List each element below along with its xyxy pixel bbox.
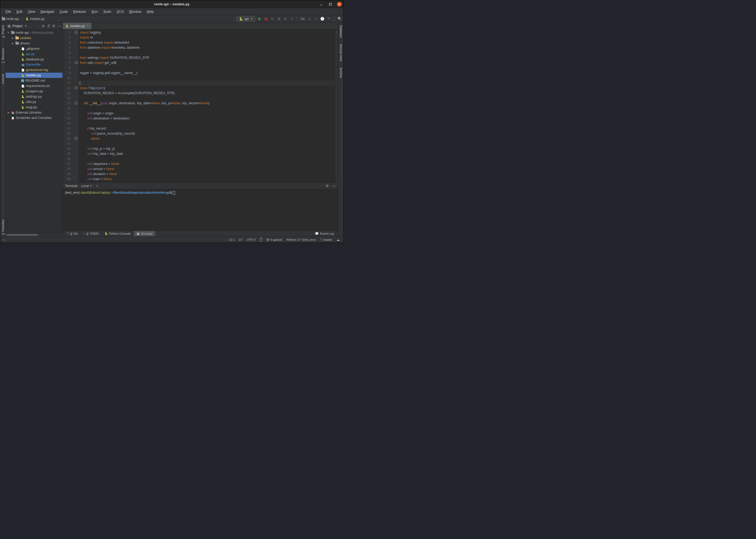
left-tab-commit[interactable]: Commit: [1, 72, 5, 86]
error-stripe[interactable]: ✓: [335, 30, 338, 182]
status-readonly[interactable]: [258, 238, 264, 242]
minimize-button[interactable]: [319, 2, 324, 7]
status-line-separator[interactable]: LF: [237, 238, 244, 241]
fold-toggle[interactable]: −: [75, 31, 78, 34]
stop-button[interactable]: ■: [290, 17, 294, 21]
status-cursor-position[interactable]: 11:1: [226, 238, 237, 241]
expand-arrow-icon[interactable]: ▶: [11, 37, 14, 39]
vcs-commit-icon[interactable]: ✓: [314, 17, 318, 21]
menu-run[interactable]: Run: [89, 9, 101, 14]
left-tab-structure[interactable]: 7: Structure: [1, 46, 5, 65]
project-panel-title[interactable]: Project: [13, 24, 22, 28]
menu-window[interactable]: Window: [126, 9, 144, 14]
status-encoding[interactable]: UTF-8: [245, 238, 258, 241]
status-interpreter[interactable]: Python 3.7 (test_env): [285, 238, 318, 241]
terminal-tab[interactable]: Local ✕: [81, 184, 93, 188]
left-tab-project[interactable]: 1: Project: [1, 24, 5, 39]
maximize-button[interactable]: [328, 2, 333, 7]
profile-button[interactable]: ◔: [277, 17, 281, 21]
fold-toggle[interactable]: −: [75, 61, 78, 64]
tree-label: README.md: [25, 79, 45, 82]
file-scrapers-py[interactable]: 🐍scrapers.py: [6, 89, 62, 94]
terminal-settings-icon[interactable]: ⚙: [325, 184, 329, 188]
fold-toggle[interactable]: −: [75, 102, 78, 105]
menu-code[interactable]: Code: [57, 9, 70, 14]
select-opened-file-icon[interactable]: ⊕: [41, 24, 45, 28]
breadcrumb-item[interactable]: 🐍models.py: [26, 17, 44, 21]
tree-node-renfe-api[interactable]: ▼renfe-api ~/Nextcloud/rep: [6, 30, 62, 36]
right-tool-strip: DatabaseRemote HostSciView: [338, 23, 343, 236]
project-tree[interactable]: ▼renfe-api ~/Nextcloud/rep▶cookies▶drive…: [6, 30, 62, 233]
file-api-py[interactable]: 🐍api.py: [6, 51, 62, 57]
file--gitignore[interactable]: 📄.gitignore: [6, 46, 62, 51]
breadcrumb-item[interactable]: renfe-api: [2, 17, 19, 21]
collapse-all-icon[interactable]: ⇵: [46, 24, 50, 28]
bottom-tab-pythonconsole[interactable]: 🐍Python Console: [102, 231, 133, 236]
fold-toggle[interactable]: −: [75, 137, 78, 140]
menu-file[interactable]: File: [3, 9, 14, 14]
file-settings-py[interactable]: 🐍settings.py: [6, 94, 62, 99]
vcs-update-icon[interactable]: ↙: [307, 17, 312, 21]
event-log-button[interactable]: 💬Event Log: [312, 231, 336, 236]
run-button[interactable]: [257, 17, 262, 21]
terminal-body[interactable]: (test_env) david@david-laptop:~/Nextclou…: [63, 190, 338, 231]
bottom-tab-git[interactable]: ᛘ9: Git: [64, 231, 80, 236]
file-wsgi-py[interactable]: 🐍wsgi.py: [6, 105, 62, 110]
file-database-py[interactable]: 🐍database.py: [6, 57, 62, 62]
fold-column[interactable]: −−−−−: [74, 30, 78, 182]
right-tab-remotehost[interactable]: Remote Host: [339, 42, 343, 63]
concurrency-button[interactable]: ≋: [283, 17, 287, 21]
status-memory-icon[interactable]: ☁: [334, 238, 342, 242]
tree-label: utils.py: [26, 100, 36, 104]
file-models-py[interactable]: 🐍models.py: [6, 73, 62, 78]
hide-panel-icon[interactable]: —: [57, 24, 61, 28]
menu-edit[interactable]: Edit: [14, 9, 25, 14]
run-config-selector[interactable]: 🐍 api ▼: [236, 16, 255, 22]
right-tab-database[interactable]: Database: [339, 24, 343, 39]
settings-icon[interactable]: ⚙: [52, 24, 56, 28]
menu-tools[interactable]: Tools: [101, 9, 114, 14]
new-terminal-tab-button[interactable]: ＋: [96, 184, 99, 188]
close-tab-icon[interactable]: ✕: [87, 24, 89, 28]
menu-help[interactable]: Help: [144, 9, 156, 14]
file-geckodriver-log[interactable]: 📄geckodriver.log: [6, 67, 62, 73]
code-editor[interactable]: import logging import re from collection…: [78, 30, 335, 182]
menu-navigate[interactable]: Navigate: [38, 9, 57, 14]
menu-vcs[interactable]: VCS: [114, 9, 126, 14]
close-terminal-tab-icon[interactable]: ✕: [90, 184, 92, 188]
status-git-branch[interactable]: ᛘmaster: [318, 238, 334, 241]
tools-menu-icon[interactable]: ▭: [2, 238, 6, 242]
expand-arrow-icon[interactable]: ▶: [7, 111, 10, 114]
horizontal-scrollbar[interactable]: [6, 233, 62, 236]
file-README-md[interactable]: MREADME.md: [6, 78, 62, 83]
run-coverage-button[interactable]: ↻: [270, 17, 275, 21]
file-Dockerfile[interactable]: 🐳Dockerfile: [6, 62, 62, 67]
close-button[interactable]: [337, 2, 342, 7]
bottom-tab-terminal[interactable]: ▣Terminal: [134, 231, 155, 236]
vcs-revert-icon[interactable]: ↶: [327, 17, 331, 21]
menu-view[interactable]: View: [25, 9, 38, 14]
status-indent[interactable]: ⊞4 spaces: [264, 238, 285, 242]
debug-button[interactable]: 🐞: [264, 17, 268, 21]
file-requirements-txt[interactable]: 📄requirements.txt: [6, 83, 62, 89]
tree-node-scratches-and-consoles[interactable]: 📋Scratches and Consoles: [6, 115, 62, 120]
tree-node-drivers[interactable]: ▶drivers: [6, 41, 62, 46]
right-tab-sciview[interactable]: SciView: [339, 66, 343, 80]
line-number-gutter[interactable]: 1234567891011121314151617181920212223242…: [63, 30, 74, 182]
search-everywhere-icon[interactable]: 🔍: [338, 17, 342, 21]
expand-arrow-icon[interactable]: ▶: [11, 42, 14, 45]
tree-node-cookies[interactable]: ▶cookies: [6, 36, 62, 41]
hide-terminal-icon[interactable]: —: [332, 184, 336, 188]
fold-toggle[interactable]: −: [75, 87, 78, 89]
chevron-down-icon[interactable]: ▼: [25, 25, 27, 28]
left-tab-favorites[interactable]: 2: Favorites: [1, 218, 5, 236]
file-utils-py[interactable]: 🐍utils.py: [6, 99, 62, 105]
expand-arrow-icon[interactable]: ▼: [7, 32, 10, 34]
markdown-file-icon: M: [21, 79, 24, 82]
editor-tab[interactable]: 🐍 models.py ✕: [63, 23, 92, 29]
bottom-tab-todo[interactable]: ≡6: TODO: [81, 231, 101, 236]
menu-refactor[interactable]: Refactor: [70, 9, 89, 14]
docker-file-icon: 🐳: [21, 63, 25, 66]
tree-node-external-libraries[interactable]: ▶📚External Libraries: [6, 110, 62, 115]
vcs-history-icon[interactable]: 🕓: [320, 17, 324, 21]
